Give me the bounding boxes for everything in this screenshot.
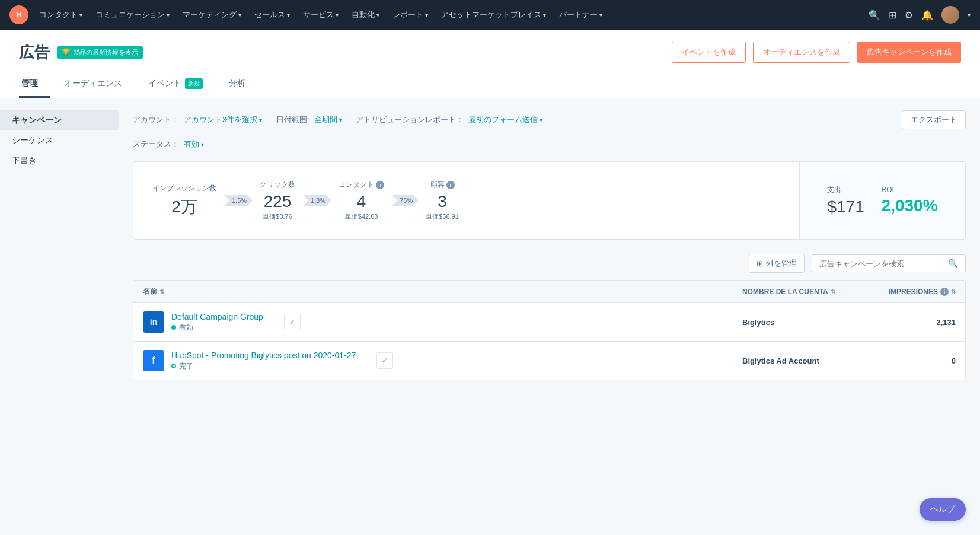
grid-icon[interactable]: ⊞ <box>889 9 896 21</box>
nav-sales[interactable]: セールス ▾ <box>248 6 296 24</box>
chevron-down-icon: ▾ <box>425 12 428 18</box>
date-filter-value[interactable]: 全期間 ▾ <box>314 114 342 125</box>
tab-audience[interactable]: オーディエンス <box>62 72 134 98</box>
nav-communications[interactable]: コミュニケーション ▾ <box>90 6 175 24</box>
account-filter-value[interactable]: アカウント3件を選択 ▾ <box>184 114 262 125</box>
clicks-rate: 1.8% <box>302 195 331 206</box>
chevron-down-icon: ▾ <box>339 117 342 123</box>
roi-value: 2,030% <box>882 196 938 215</box>
nav-service[interactable]: サービス ▾ <box>297 6 344 24</box>
sidebar: キャンペーン シーケンス 下書き <box>0 98 119 527</box>
nav-reports[interactable]: レポート ▾ <box>387 6 434 24</box>
contacts-to-customers-arrow: 75% <box>391 195 419 206</box>
page-header: 広告 🏆 製品の最新情報を表示 イベントを作成 オーディエンスを作成 広告キャン… <box>0 30 980 98</box>
linkedin-icon: in <box>143 311 164 333</box>
notification-icon[interactable]: 🔔 <box>921 9 933 21</box>
filter-bar: アカウント： アカウント3件を選択 ▾ 日付範囲: 全期間 ▾ アトリビューショ… <box>133 110 966 129</box>
hubspot-logo[interactable] <box>9 5 28 24</box>
sort-icon: ⇅ <box>159 288 164 295</box>
chevron-down-icon: ▾ <box>201 141 204 148</box>
row-action: ✓ <box>277 314 307 330</box>
tab-analytics[interactable]: 分析 <box>226 72 257 98</box>
campaign-name[interactable]: HubSpot - Promoting Biglytics post on 20… <box>171 351 356 360</box>
stat-spend: 支出 $171 <box>827 185 864 216</box>
nav-contacts[interactable]: コンタクト ▾ <box>33 6 88 24</box>
campaign-name[interactable]: Default Campaign Group <box>171 312 263 321</box>
stat-roi: ROI 2,030% <box>882 186 938 215</box>
chevron-down-icon: ▾ <box>336 12 339 18</box>
status-filter-label: ステータス： <box>133 139 179 149</box>
nav-automation[interactable]: 自動化 ▾ <box>346 6 385 24</box>
row-expand-button[interactable]: ✓ <box>376 352 393 369</box>
stat-impressions: インプレッション数 2万 <box>152 183 216 218</box>
customers-info-icon[interactable]: i <box>446 181 455 189</box>
status-dot-active <box>171 325 176 330</box>
col-name-header[interactable]: 名前 ⇅ <box>143 286 742 297</box>
clicks-to-contacts-arrow: 1.8% <box>302 195 331 206</box>
contacts-label: コンタクト i <box>339 180 384 190</box>
chevron-down-icon: ▾ <box>540 117 542 123</box>
col-account-header[interactable]: NOMBRE DE LA CUENTA ⇅ <box>742 288 861 296</box>
row-name-col: in Default Campaign Group 有効 ✓ <box>143 311 742 333</box>
nav-items: コンタクト ▾ コミュニケーション ▾ マーケティング ▾ セールス ▾ サービ… <box>33 6 869 24</box>
nav-assets[interactable]: アセットマーケットプレイス ▾ <box>435 6 552 24</box>
row-impressions: 2,131 <box>861 318 956 327</box>
columns-icon: ⊞ <box>756 259 763 268</box>
customers-sub: 単価$56.91 <box>426 212 459 221</box>
nav-partners[interactable]: パートナー ▾ <box>553 6 608 24</box>
row-account: Biglytics Ad Account <box>742 356 861 365</box>
impressions-rate: 1.5% <box>224 195 253 206</box>
create-audience-button[interactable]: オーディエンスを作成 <box>753 42 850 63</box>
chevron-down-icon: ▾ <box>79 12 82 18</box>
sidebar-item-campaigns[interactable]: キャンペーン <box>0 110 119 130</box>
status-dot-complete <box>171 364 176 368</box>
impressions-to-clicks-arrow: 1.5% <box>224 195 253 206</box>
stat-clicks: クリック数 225 単価$0.76 <box>260 180 295 221</box>
create-campaign-button[interactable]: 広告キャンペーンを作成 <box>857 42 961 63</box>
sort-icon: ⇅ <box>831 288 835 295</box>
status-filter-value[interactable]: 有効 ▾ <box>184 139 204 149</box>
stat-contacts: コンタクト i 4 単価$42.68 <box>339 180 384 221</box>
settings-icon[interactable]: ⚙ <box>905 9 913 21</box>
campaign-search-box: 🔍 <box>812 254 966 272</box>
account-filter-label: アカウント： <box>133 114 179 125</box>
trophy-icon: 🏆 <box>62 48 71 56</box>
nav-marketing[interactable]: マーケティング ▾ <box>177 6 247 24</box>
stats-main: インプレッション数 2万 1.5% クリック数 225 単価$0.76 1.8%… <box>133 162 799 239</box>
search-icon[interactable]: 🔍 <box>869 9 880 21</box>
tab-manage[interactable]: 管理 <box>19 72 50 98</box>
clicks-label: クリック数 <box>260 180 295 190</box>
row-expand-button[interactable]: ✓ <box>284 314 301 330</box>
impressions-col-info-icon[interactable]: i <box>940 288 949 296</box>
campaign-info: HubSpot - Promoting Biglytics post on 20… <box>171 351 356 371</box>
impressions-value: 2万 <box>171 196 197 218</box>
sidebar-item-sequences[interactable]: シーケンス <box>0 130 119 151</box>
user-avatar[interactable] <box>941 6 959 24</box>
account-chevron-icon[interactable]: ▾ <box>968 12 971 18</box>
product-news-badge[interactable]: 🏆 製品の最新情報を表示 <box>57 46 143 59</box>
chevron-down-icon: ▾ <box>287 12 290 18</box>
tab-event[interactable]: イベント 新規 <box>146 72 215 98</box>
export-button[interactable]: エクスポート <box>902 110 966 129</box>
row-account: Biglytics <box>742 318 861 327</box>
col-impressions-header[interactable]: IMPRESIONES i ⇅ <box>861 288 956 296</box>
chevron-down-icon: ▾ <box>167 12 170 18</box>
row-action: ✓ <box>370 352 400 369</box>
create-event-button[interactable]: イベントを作成 <box>672 42 746 63</box>
campaign-status: 完了 <box>171 361 356 371</box>
manage-columns-button[interactable]: ⊞ 列を管理 <box>749 254 805 273</box>
search-icon[interactable]: 🔍 <box>948 259 958 268</box>
table-row: in Default Campaign Group 有効 ✓ Biglytics <box>133 303 965 342</box>
clicks-sub: 単価$0.76 <box>263 212 292 221</box>
chevron-down-icon: ▾ <box>259 117 262 123</box>
contacts-info-icon[interactable]: i <box>376 181 384 189</box>
row-impressions: 0 <box>861 356 956 365</box>
impressions-label: インプレッション数 <box>152 183 216 193</box>
attribution-filter-value[interactable]: 最初のフォーム送信 ▾ <box>468 114 542 125</box>
contacts-value: 4 <box>357 192 366 211</box>
help-button[interactable]: ヘルプ <box>920 498 966 521</box>
date-filter-label: 日付範囲: <box>276 114 309 125</box>
search-input[interactable] <box>819 259 943 268</box>
sidebar-item-drafts[interactable]: 下書き <box>0 151 119 171</box>
row-name-col: f HubSpot - Promoting Biglytics post on … <box>143 350 742 371</box>
